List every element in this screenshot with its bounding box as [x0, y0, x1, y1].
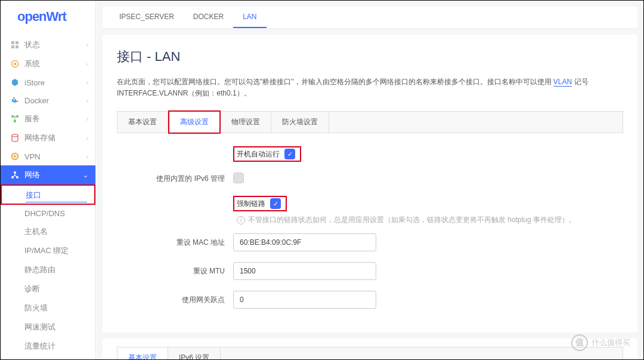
chevron-right-icon: ›: [86, 134, 88, 141]
chevron-right-icon: ›: [86, 79, 88, 86]
submenu: 接口 DHCP/DNS 主机名 IP/MAC 绑定 静态路由 诊断 防火墙 网速…: [1, 184, 95, 359]
sidebar-item-services[interactable]: 服务 ›: [1, 109, 95, 128]
vpn-icon: [10, 152, 20, 161]
tab-lan[interactable]: LAN: [233, 7, 266, 28]
watermark-icon: 值: [571, 334, 588, 351]
gateway-label: 使用网关跃点: [117, 295, 233, 305]
svg-rect-0: [11, 41, 14, 44]
sidebar-item-istore[interactable]: iStore ›: [1, 73, 95, 91]
dhcp-tab-ipv6[interactable]: IPv6 设置: [168, 347, 221, 359]
sidebar-item-network[interactable]: 网络 ⌄: [1, 165, 95, 184]
chevron-right-icon: ›: [86, 153, 88, 160]
config-tabs: 基本设置 高级设置 物理设置 防火墙设置: [117, 111, 623, 133]
submenu-item-diagnostics[interactable]: 诊断: [1, 279, 95, 299]
vlan-link[interactable]: VLAN: [553, 78, 572, 87]
submenu-item-speedtest[interactable]: 网速测试: [1, 318, 95, 337]
submenu-item-interfaces[interactable]: 接口: [1, 184, 95, 205]
chevron-right-icon: ›: [86, 97, 88, 104]
status-icon: [10, 40, 20, 50]
config-tab-basic[interactable]: 基本设置: [117, 112, 168, 133]
submenu-item-ipmac[interactable]: IP/MAC 绑定: [1, 241, 95, 260]
submenu-item-traffic[interactable]: 流量统计: [1, 337, 95, 356]
force-link-label: 强制链路: [237, 199, 265, 209]
chevron-right-icon: ›: [86, 115, 88, 122]
force-link-hint: i不管接口的链路状态如何，总是用应用设置（如果勾选，链路状态变更将不再触发 ho…: [237, 215, 623, 225]
svg-point-11: [14, 171, 16, 174]
row-mtu: 重设 MTU: [117, 262, 623, 280]
row-force-link: 强制链路 ✓: [117, 196, 623, 211]
submenu-item-sqm[interactable]: SQM QoS: [1, 356, 95, 359]
mtu-input[interactable]: [233, 262, 376, 280]
main-content: IPSEC_SERVER DOCKER LAN 接口 - LAN 在此页面，您可…: [97, 1, 643, 359]
chevron-down-icon: ⌄: [83, 171, 88, 179]
network-icon: [10, 170, 20, 180]
dhcp-panel: 基本设置 IPv6 设置 忽略此接口 ✓ i不在此接口提供 DHCP 服务。: [103, 339, 637, 359]
interface-tabs: IPSEC_SERVER DOCKER LAN: [103, 7, 637, 29]
sidebar-item-docker[interactable]: Docker ›: [1, 91, 95, 109]
config-tab-advanced[interactable]: 高级设置: [168, 110, 221, 134]
sidebar: openWrt 状态 › 系统 › iStore › Docker › 服务 ›: [1, 1, 96, 359]
gateway-input[interactable]: [233, 291, 376, 309]
sidebar-item-label: 服务: [24, 113, 40, 124]
sidebar-item-label: 网络存储: [24, 133, 55, 143]
ipv6-checkbox[interactable]: [233, 173, 244, 183]
svg-point-5: [14, 63, 16, 65]
gear-icon: [10, 59, 20, 69]
info-icon: i: [237, 216, 245, 224]
sidebar-item-label: 状态: [24, 39, 40, 50]
sidebar-item-label: Docker: [24, 96, 49, 105]
row-ipv6: 使用内置的 IPv6 管理: [117, 173, 623, 185]
svg-rect-3: [16, 45, 18, 48]
docker-icon: [10, 96, 20, 105]
sidebar-item-storage[interactable]: 网络存储 ›: [1, 128, 95, 147]
chevron-right-icon: ›: [86, 60, 88, 67]
submenu-item-static-route[interactable]: 静态路由: [1, 260, 95, 279]
row-autorun: 开机自动运行 ✓: [117, 146, 623, 162]
tab-docker[interactable]: DOCKER: [184, 7, 233, 28]
services-icon: [10, 114, 20, 124]
config-tab-firewall[interactable]: 防火墙设置: [271, 112, 329, 133]
ipv6-label: 使用内置的 IPv6 管理: [117, 174, 233, 184]
page-title: 接口 - LAN: [117, 48, 623, 66]
cube-icon: [10, 78, 20, 87]
tab-ipsec-server[interactable]: IPSEC_SERVER: [110, 7, 184, 28]
chevron-right-icon: ›: [86, 41, 88, 48]
main-menu: 状态 › 系统 › iStore › Docker › 服务 › 网络存储 ›: [1, 35, 95, 184]
row-mac: 重设 MAC 地址: [117, 233, 623, 251]
svg-rect-2: [11, 45, 14, 48]
sidebar-item-status[interactable]: 状态 ›: [1, 35, 95, 54]
autorun-checkbox[interactable]: ✓: [284, 149, 295, 159]
brand-logo: openWrt: [1, 1, 95, 35]
dhcp-tabs: 基本设置 IPv6 设置: [117, 347, 623, 359]
row-gateway: 使用网关跃点: [117, 291, 623, 309]
watermark: 值 什么值得买: [571, 334, 630, 351]
sidebar-item-label: iStore: [24, 78, 45, 87]
svg-rect-1: [16, 41, 18, 44]
submenu-item-hostname[interactable]: 主机名: [1, 222, 95, 241]
autorun-label: 开机自动运行: [237, 149, 280, 159]
submenu-item-dhcpdns[interactable]: DHCP/DNS: [1, 205, 95, 222]
sidebar-item-system[interactable]: 系统 ›: [1, 54, 95, 73]
sidebar-item-label: 网络: [24, 170, 40, 180]
config-tab-physical[interactable]: 物理设置: [221, 112, 271, 133]
config-panel: 接口 - LAN 在此页面，您可以配置网络接口。您可以勾选"桥接接口"，并输入由…: [103, 35, 637, 333]
mtu-label: 重设 MTU: [117, 266, 233, 276]
sidebar-item-label: 系统: [24, 59, 40, 69]
submenu-item-firewall[interactable]: 防火墙: [1, 299, 95, 318]
mac-input[interactable]: [233, 233, 376, 251]
mac-label: 重设 MAC 地址: [117, 238, 233, 248]
dhcp-tab-basic[interactable]: 基本设置: [117, 347, 168, 359]
force-link-checkbox[interactable]: ✓: [270, 198, 281, 209]
sidebar-item-vpn[interactable]: VPN ›: [1, 147, 95, 165]
sidebar-item-label: VPN: [24, 152, 41, 161]
svg-point-9: [12, 134, 18, 137]
page-description: 在此页面，您可以配置网络接口。您可以勾选"桥接接口"，并输入由空格分隔的多个网络…: [117, 76, 623, 99]
storage-icon: [10, 133, 20, 143]
